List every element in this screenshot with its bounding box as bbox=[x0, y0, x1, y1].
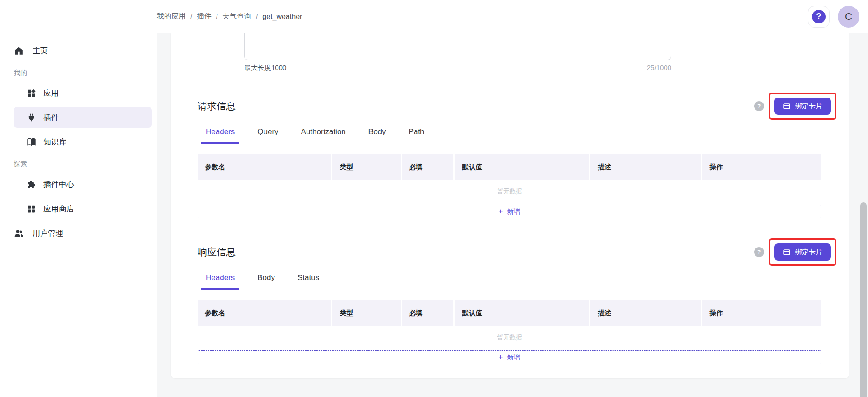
breadcrumb-item-weather[interactable]: 天气查询 bbox=[222, 12, 251, 21]
annotation-highlight-box: 绑定卡片 bbox=[769, 238, 836, 266]
scrollbar-thumb[interactable] bbox=[860, 202, 867, 397]
column-type: 类型 bbox=[332, 154, 400, 180]
sidebar-item-apps[interactable]: 应用 bbox=[14, 83, 152, 103]
column-required: 必填 bbox=[402, 154, 454, 180]
textarea-meta: 最大长度1000 25/1000 bbox=[244, 64, 671, 72]
topbar-actions: ? C bbox=[808, 0, 859, 33]
tab-headers[interactable]: Headers bbox=[201, 125, 239, 144]
sidebar-item-label: 用户管理 bbox=[33, 228, 63, 238]
column-type: 类型 bbox=[332, 300, 400, 326]
card-icon bbox=[783, 248, 791, 256]
tab-status[interactable]: Status bbox=[293, 271, 324, 289]
plugin-config-card: 最大长度1000 25/1000 请求信息 ? 绑定卡片 He bbox=[171, 33, 849, 378]
column-actions: 操作 bbox=[702, 300, 821, 326]
tab-query[interactable]: Query bbox=[253, 125, 283, 143]
request-section-title: 请求信息 bbox=[198, 100, 236, 112]
bind-card-label: 绑定卡片 bbox=[795, 248, 822, 257]
char-counter: 25/1000 bbox=[647, 64, 671, 72]
sidebar-item-label: 主页 bbox=[33, 46, 48, 56]
store-icon bbox=[26, 204, 36, 214]
request-bind-card-button[interactable]: 绑定卡片 bbox=[774, 98, 831, 115]
bind-card-label: 绑定卡片 bbox=[795, 102, 822, 111]
annotation-highlight-box: 绑定卡片 bbox=[769, 93, 836, 120]
response-info-section: 响应信息 ? 绑定卡片 Headers Body Status bbox=[198, 238, 821, 364]
topbar: 我的应用 / 插件 / 天气查询 / get_weather ? C bbox=[0, 0, 868, 33]
sidebar-item-label: 应用 bbox=[43, 88, 59, 98]
column-param-name: 参数名 bbox=[198, 154, 331, 180]
add-button-label: 新增 bbox=[507, 353, 520, 362]
tab-path[interactable]: Path bbox=[404, 125, 429, 143]
sidebar-item-plugins[interactable]: 插件 bbox=[14, 107, 152, 128]
column-default: 默认值 bbox=[455, 154, 589, 180]
column-required: 必填 bbox=[402, 300, 454, 326]
request-tabs: Headers Query Authorization Body Path bbox=[198, 125, 821, 143]
tab-body[interactable]: Body bbox=[253, 271, 279, 289]
main-content: 最大长度1000 25/1000 请求信息 ? 绑定卡片 He bbox=[157, 33, 868, 397]
response-table-header: 参数名 类型 必填 默认值 描述 操作 bbox=[198, 300, 821, 326]
users-icon bbox=[14, 228, 24, 238]
breadcrumb-separator: / bbox=[256, 13, 258, 21]
help-button[interactable]: ? bbox=[808, 6, 830, 28]
sidebar: 主页 我的 应用 插件 知识库 探索 插件中心 应用商店 bbox=[0, 33, 157, 397]
column-description: 描述 bbox=[590, 154, 701, 180]
sidebar-item-home[interactable]: 主页 bbox=[14, 40, 152, 61]
column-param-name: 参数名 bbox=[198, 300, 331, 326]
response-empty-text: 暂无数据 bbox=[198, 333, 821, 341]
sidebar-section-explore: 探索 bbox=[14, 156, 152, 172]
breadcrumb-item-my-apps[interactable]: 我的应用 bbox=[157, 12, 186, 21]
request-add-row-button[interactable]: + 新增 bbox=[198, 205, 821, 218]
request-help-icon[interactable]: ? bbox=[754, 101, 764, 111]
book-icon bbox=[26, 137, 36, 147]
breadcrumb-separator: / bbox=[216, 13, 217, 21]
sidebar-item-knowledge[interactable]: 知识库 bbox=[14, 131, 152, 152]
description-textarea[interactable] bbox=[244, 33, 671, 60]
plus-icon: + bbox=[499, 207, 503, 216]
home-icon bbox=[14, 46, 24, 56]
plus-icon: + bbox=[499, 353, 503, 362]
column-actions: 操作 bbox=[702, 154, 821, 180]
sidebar-item-label: 知识库 bbox=[43, 137, 66, 147]
apps-icon bbox=[26, 88, 36, 98]
sidebar-item-label: 插件中心 bbox=[43, 179, 74, 190]
sidebar-item-label: 插件 bbox=[43, 112, 59, 123]
response-tabs: Headers Body Status bbox=[198, 271, 821, 289]
response-section-title: 响应信息 bbox=[198, 246, 236, 258]
breadcrumb-separator: / bbox=[190, 13, 192, 21]
breadcrumb-item-plugins[interactable]: 插件 bbox=[197, 12, 211, 21]
card-icon bbox=[783, 103, 791, 110]
tab-headers[interactable]: Headers bbox=[201, 271, 239, 290]
request-table-header: 参数名 类型 必填 默认值 描述 操作 bbox=[198, 154, 821, 180]
column-default: 默认值 bbox=[455, 300, 589, 326]
sidebar-item-app-store[interactable]: 应用商店 bbox=[14, 198, 152, 219]
request-empty-text: 暂无数据 bbox=[198, 187, 821, 196]
response-add-row-button[interactable]: + 新增 bbox=[198, 350, 821, 364]
sidebar-section-mine: 我的 bbox=[14, 65, 152, 81]
plugin-icon bbox=[26, 112, 36, 122]
sidebar-item-plugin-center[interactable]: 插件中心 bbox=[14, 174, 152, 195]
sidebar-section-label: 探索 bbox=[14, 160, 27, 168]
add-button-label: 新增 bbox=[507, 207, 520, 216]
request-info-section: 请求信息 ? 绑定卡片 Headers Query Authorization … bbox=[198, 92, 821, 218]
tab-authorization[interactable]: Authorization bbox=[297, 125, 350, 143]
response-bind-card-button[interactable]: 绑定卡片 bbox=[774, 243, 831, 261]
puzzle-icon bbox=[26, 179, 36, 189]
avatar[interactable]: C bbox=[838, 6, 859, 28]
sidebar-item-label: 应用商店 bbox=[43, 204, 74, 214]
tab-body[interactable]: Body bbox=[364, 125, 391, 143]
column-description: 描述 bbox=[590, 300, 701, 326]
breadcrumb-item-get-weather: get_weather bbox=[262, 13, 302, 21]
breadcrumb: 我的应用 / 插件 / 天气查询 / get_weather bbox=[157, 0, 302, 33]
sidebar-section-label: 我的 bbox=[14, 69, 27, 77]
question-icon: ? bbox=[812, 10, 826, 23]
sidebar-item-user-management[interactable]: 用户管理 bbox=[14, 223, 152, 243]
max-length-hint: 最大长度1000 bbox=[244, 64, 286, 72]
response-help-icon[interactable]: ? bbox=[754, 247, 764, 257]
